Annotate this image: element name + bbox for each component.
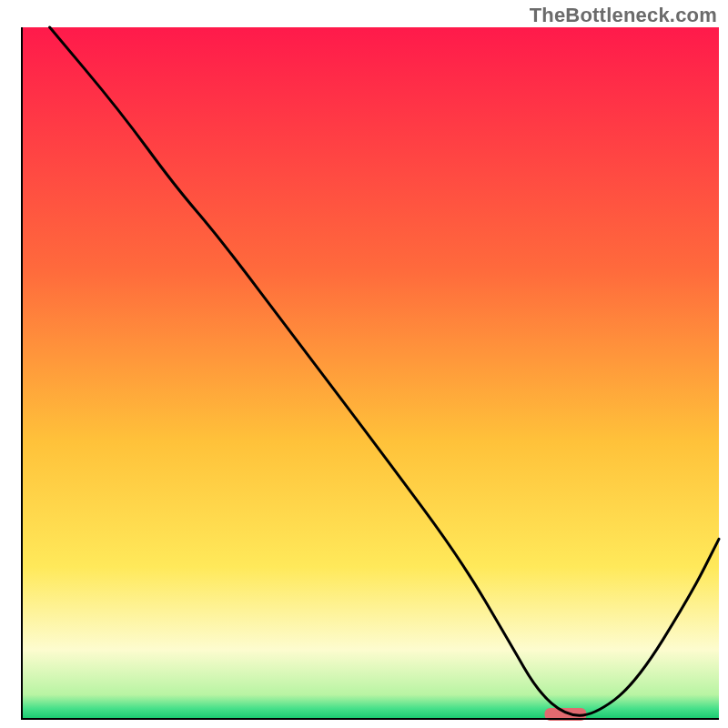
watermark-text: TheBottleneck.com: [530, 4, 717, 27]
bottleneck-chart: [0, 0, 728, 728]
plot-background: [22, 27, 719, 719]
chart-container: { "watermark": "TheBottleneck.com", "cha…: [0, 0, 728, 728]
